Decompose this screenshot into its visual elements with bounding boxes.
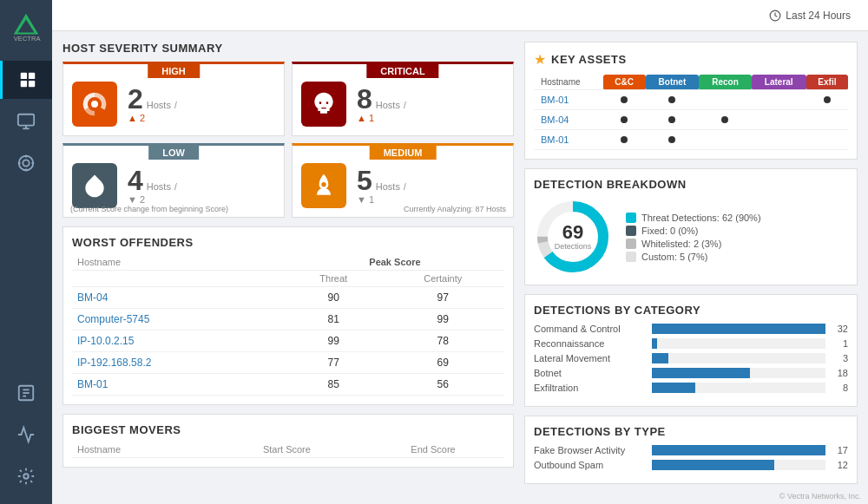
detection-breakdown-title: DETECTION BREAKDOWN [534,178,848,191]
low-hosts: Hosts [147,181,171,192]
table-row: IP-10.0.2.15 99 78 [72,331,504,352]
legend-label: Threat Detections: 62 (90%) [641,213,761,223]
dot-indicator [824,96,831,103]
bar-label: Command & Control [534,324,647,334]
sidebar-item-detections[interactable] [0,144,52,182]
hostname-cell[interactable]: BM-04 [72,287,286,309]
sidebar-item-dashboard[interactable] [0,61,52,99]
legend-dot [626,239,636,249]
key-assets-table: Hostname C&C Botnet Recon Lateral Exfil … [534,75,848,150]
bar-row: Command & Control 32 [534,324,848,334]
hostname-cell[interactable]: IP-192.168.58.2 [72,352,286,374]
bar-track [652,460,825,470]
dot-indicator [721,116,728,123]
asset-lateral [752,90,806,110]
movers-col-end: End Score [362,442,504,458]
medium-change: ▼ 1 [357,194,406,205]
detection-total: 69 [555,223,592,242]
bar-fill [652,353,668,363]
low-change: ▼ 2 [128,194,177,205]
high-label: HIGH [148,64,200,78]
certainty-cell: 56 [382,374,504,396]
svg-rect-4 [20,73,26,79]
sidebar-item-reports[interactable] [0,374,52,412]
svg-point-11 [19,156,34,171]
dot-indicator [621,136,628,143]
svg-rect-7 [28,81,34,87]
asset-recon [699,90,751,110]
key-assets-title: KEY ASSETS [551,53,627,66]
hostname-cell[interactable]: IP-10.0.2.15 [72,331,286,352]
medium-hosts: Hosts [376,181,400,192]
clock-icon [769,10,781,22]
assets-col-recon: Recon [699,75,751,90]
bar-row: Botnet 18 [534,368,848,378]
svg-rect-8 [18,115,34,126]
asset-hostname[interactable]: BM-04 [534,110,603,130]
legend-label: Whitelisted: 2 (3%) [641,239,721,249]
severity-card-medium: MEDIUM 5 Hosts / ▼ 1 [292,143,514,218]
critical-count-area: 8 Hosts / ▲ 1 [357,85,406,123]
legend-item: Whitelisted: 2 (3%) [626,239,761,249]
table-row: BM-01 85 56 [72,374,504,396]
sidebar-item-hosts[interactable] [0,102,52,141]
movers-col-start: Start Score [212,442,362,458]
high-count: 2 [128,85,143,113]
asset-hostname[interactable]: BM-01 [534,90,603,110]
detection-breakdown-section: DETECTION BREAKDOWN [524,168,858,285]
asset-hostname[interactable]: BM-01 [534,130,603,150]
bar-fill [652,338,657,349]
worst-offenders-table: Hostname Peak Score Threat Certainty BM-… [72,254,504,396]
credit: © Vectra Networks, Inc. [779,492,861,501]
skull-icon [301,82,346,127]
detections-by-type-title: DETECTIONS BY TYPE [534,425,848,438]
host-severity-section: HOST SEVERITY SUMMARY HIGH 2 Hosts / [62,42,514,218]
bar-value: 18 [831,368,848,378]
bar-fill [652,383,695,393]
col-hostname: Hostname [72,254,286,271]
hostname-cell[interactable]: BM-01 [72,374,286,396]
right-panel: ★ KEY ASSETS Hostname C&C Botnet Recon L… [524,42,858,494]
high-hosts: Hosts [147,100,171,110]
asset-botnet [646,130,700,150]
asset-botnet [646,90,700,110]
detections-by-category-section: DETECTIONS BY CATEGORY Command & Control… [524,294,858,407]
medium-count: 5 [357,167,372,194]
asset-lateral [752,110,806,130]
sidebar-item-monitor[interactable] [0,416,52,454]
sidebar-item-settings[interactable] [0,457,52,495]
logo: VECTRA [9,9,43,43]
list-item: BM-01 [534,130,848,150]
legend-dot [626,213,636,223]
bar-track [652,383,825,393]
topbar: Last 24 Hours [52,0,868,31]
main: Last 24 Hours HOST SEVERITY SUMMARY HIGH [52,0,868,504]
severity-card-critical: CRITICAL 8 Hosts / ▲ [292,62,514,136]
host-severity-title: HOST SEVERITY SUMMARY [62,42,514,55]
legend-item: Threat Detections: 62 (90%) [626,213,761,223]
detection-inner: 69 Detections Threat Detections: 62 (90%… [534,198,848,276]
svg-point-12 [23,160,29,166]
bar-track [652,445,825,455]
bar-row: Exfiltration 8 [534,383,848,393]
sidebar-bottom [0,374,52,504]
critical-change: ▲ 1 [357,113,406,123]
severity-grid: HIGH 2 Hosts / ▲ 2 [62,62,514,218]
bar-track [652,324,825,334]
time-filter[interactable]: Last 24 Hours [769,10,851,22]
legend-dot [626,226,636,236]
bar-value: 1 [831,338,848,349]
table-row: BM-04 90 97 [72,287,504,309]
col-threat: Threat [286,271,382,287]
hostname-cell[interactable]: Computer-5745 [72,309,286,331]
worst-offenders-title: WORST OFFENDERS [72,236,504,249]
asset-lateral [752,130,806,150]
flame-icon [301,163,346,208]
biggest-movers-title: BIGGEST MOVERS [72,423,504,436]
critical-count: 8 [357,85,372,113]
drop-icon [72,163,117,208]
time-label: Last 24 Hours [786,10,851,22]
bar-label: Lateral Movement [534,353,647,363]
donut-chart: 69 Detections [534,198,612,276]
certainty-cell: 69 [382,352,504,374]
